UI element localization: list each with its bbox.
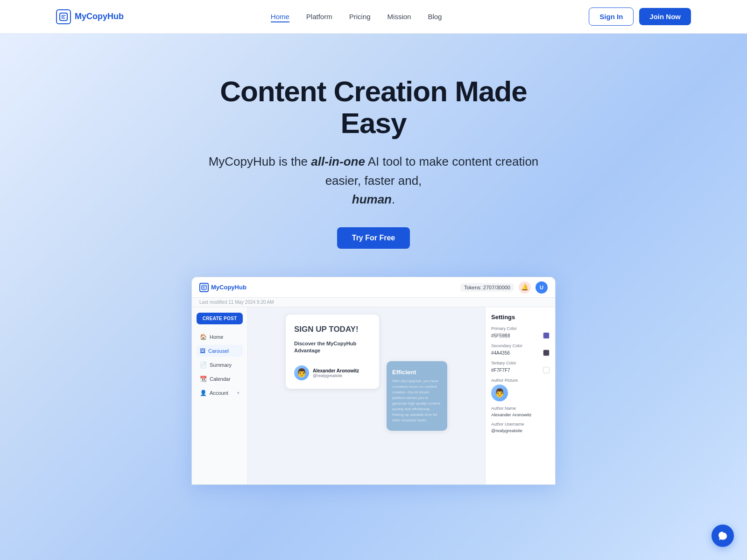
nav-platform[interactable]: Platform [306, 13, 332, 21]
app-bar-right: Tokens: 2707/30000 🔔 U [460, 281, 548, 294]
app-screenshot: MyCopyHub Tokens: 2707/30000 🔔 U Last mo… [191, 277, 556, 485]
author-picture-preview: 👨 [491, 385, 508, 401]
hero-subtitle: MyCopyHub is the all-in-one AI tool to m… [191, 152, 556, 209]
sidebar-summary-label: Summary [210, 362, 232, 368]
joinnow-button[interactable]: Join Now [639, 8, 691, 25]
primary-color-row: #5F59B8 [491, 332, 550, 339]
subtitle-pre: MyCopyHub is the [209, 154, 311, 168]
subtitle-period: . [392, 192, 395, 206]
app-logo-text-small: MyCopyHub [211, 284, 247, 291]
author-username-value: @realygreatsite [491, 428, 550, 433]
sidebar-carousel-label: Carousel [208, 348, 229, 354]
subtitle-italic: human [352, 192, 392, 206]
app-logo-small: MyCopyHub [199, 283, 247, 292]
app-bar: MyCopyHub Tokens: 2707/30000 🔔 U [192, 277, 555, 298]
secondary-color-swatch[interactable] [543, 350, 550, 356]
user-avatar-icon[interactable]: U [536, 281, 548, 294]
preview-card-2: Efficient With MyCopyHub, you have count… [387, 361, 447, 431]
author-username-field: Author Username @realygreatsite [491, 422, 550, 433]
notification-icon[interactable]: 🔔 [519, 281, 531, 294]
nav-mission[interactable]: Mission [388, 13, 411, 21]
sidebar-account-label: Account [210, 390, 228, 396]
secondary-color-label: Secondary Color [491, 343, 550, 348]
signin-button[interactable]: Sign In [589, 7, 634, 26]
sidebar-item-account[interactable]: 👤 Account ▾ [197, 387, 243, 399]
last-modified-bar: Last modified 11 May 2024 9:20 AM [192, 298, 555, 307]
app-settings-panel: Settings Primary Color #5F59B8 Secondary… [485, 307, 555, 484]
navbar: MyCopyHub Home Platform Pricing Mission … [0, 0, 747, 34]
sidebar-item-summary[interactable]: 📄 Summary [197, 359, 243, 371]
subtitle-bold: all-in-one [311, 154, 365, 168]
app-sidebar: CREATE POST 🏠 Home 🖼 Carousel 📄 Summary [192, 307, 248, 484]
app-main: SIGN UP TODAY! Discover the MyCopyHub Ad… [248, 307, 485, 484]
card2-title: Efficient [392, 369, 442, 376]
tertiary-color-checkbox[interactable] [543, 367, 550, 373]
card1-avatar: 👨 [294, 365, 309, 380]
card1-signup-title: SIGN UP TODAY! [294, 325, 371, 334]
card1-author: 👨 Alexander Aronowitz @realygreatsite [294, 365, 371, 380]
settings-title: Settings [491, 314, 550, 321]
logo-icon [56, 9, 71, 24]
create-post-button[interactable]: CREATE POST [197, 313, 243, 324]
nav-links: Home Platform Pricing Mission Blog [271, 13, 442, 21]
secondary-color-field: Secondary Color #4A4356 [491, 343, 550, 356]
app-logo-icon-small [199, 283, 209, 292]
sidebar-item-carousel[interactable]: 🖼 Carousel [197, 345, 243, 357]
card1-author-info: Alexander Aronowitz @realygreatsite [313, 368, 359, 378]
tertiary-color-value: #F7F7F7 [491, 368, 510, 373]
sidebar-calendar-label: Calendar [210, 376, 231, 382]
nav-home[interactable]: Home [271, 13, 289, 22]
author-picture-label: Author Picture [491, 378, 550, 383]
card1-author-handle: @realygreatsite [313, 373, 359, 378]
calendar-icon: 📆 [200, 376, 207, 382]
chevron-down-icon: ▾ [237, 391, 240, 395]
tertiary-color-field: Tertiary Color #F7F7F7 [491, 361, 550, 373]
primary-color-label: Primary Color [491, 326, 550, 331]
card2-text: With MyCopyHub, you have countless hours… [392, 378, 442, 423]
sidebar-item-calendar[interactable]: 📆 Calendar [197, 373, 243, 385]
home-icon: 🏠 [200, 334, 207, 340]
secondary-color-row: #4A4356 [491, 350, 550, 356]
carousel-icon: 🖼 [200, 348, 205, 354]
tertiary-color-label: Tertiary Color [491, 361, 550, 365]
app-screenshot-wrapper: MyCopyHub Tokens: 2707/30000 🔔 U Last mo… [182, 277, 565, 485]
preview-card-1: SIGN UP TODAY! Discover the MyCopyHub Ad… [286, 315, 379, 389]
author-name-field: Author Name Alexander Aronowitz [491, 406, 550, 417]
logo-text: MyCopyHub [75, 12, 124, 21]
try-for-free-button[interactable]: Try For Free [337, 227, 410, 249]
author-name-label: Author Name [491, 406, 550, 411]
sidebar-item-home[interactable]: 🏠 Home [197, 331, 243, 343]
tokens-badge: Tokens: 2707/30000 [460, 283, 514, 292]
nav-actions: Sign In Join Now [589, 7, 691, 26]
account-icon: 👤 [200, 390, 207, 396]
author-picture-field: Author Picture 👨 [491, 378, 550, 401]
primary-color-swatch[interactable] [543, 332, 550, 339]
chat-bubble[interactable] [712, 525, 734, 547]
logo[interactable]: MyCopyHub [56, 9, 124, 24]
author-name-value: Alexander Aronowitz [491, 412, 550, 417]
app-body: CREATE POST 🏠 Home 🖼 Carousel 📄 Summary [192, 307, 555, 484]
primary-color-field: Primary Color #5F59B8 [491, 326, 550, 339]
hero-content: Content Creation Made Easy MyCopyHub is … [173, 34, 574, 277]
nav-pricing[interactable]: Pricing [349, 13, 371, 21]
hero-section: Content Creation Made Easy MyCopyHub is … [0, 0, 747, 560]
tertiary-color-row: #F7F7F7 [491, 367, 550, 373]
primary-color-value: #5F59B8 [491, 333, 510, 338]
secondary-color-value: #4A4356 [491, 350, 510, 356]
summary-icon: 📄 [200, 362, 207, 368]
hero-title: Content Creation Made Easy [191, 76, 556, 139]
card1-author-name: Alexander Aronowitz [313, 368, 359, 373]
nav-blog[interactable]: Blog [428, 13, 442, 21]
author-username-label: Author Username [491, 422, 550, 427]
sidebar-home-label: Home [210, 334, 223, 340]
card1-discover-text: Discover the MyCopyHub Advantage [294, 340, 371, 355]
